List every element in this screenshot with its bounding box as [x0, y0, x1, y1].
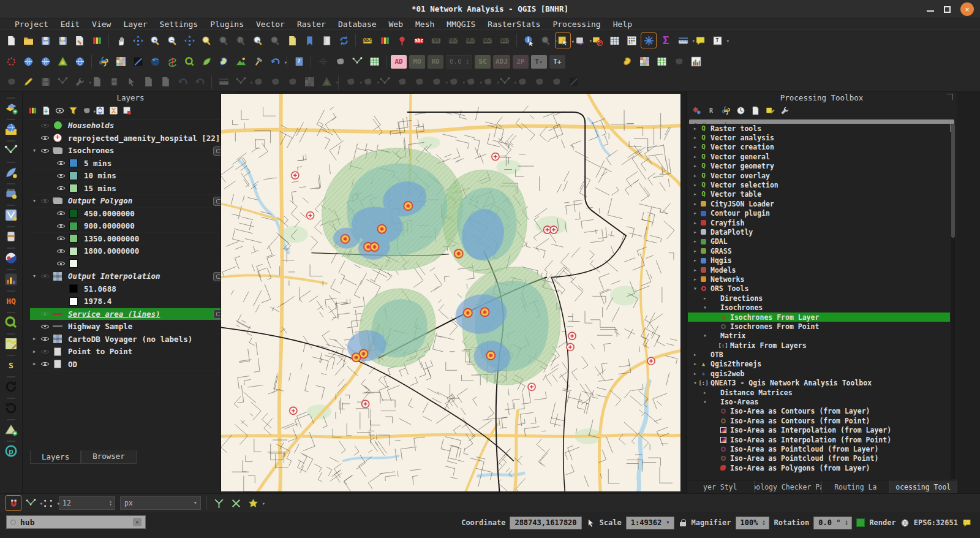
menu-layer[interactable]: Layer [117, 20, 153, 29]
panel-float-icon[interactable] [947, 94, 953, 100]
fill-ring-icon[interactable]: ▼ [342, 74, 358, 90]
style-manager-icon[interactable] [89, 32, 105, 48]
layer-row[interactable]: ▶51.0688 [30, 283, 232, 296]
visibility-eye-icon[interactable] [40, 272, 50, 280]
processing-tool-row[interactable]: ▶Directions [688, 294, 950, 303]
expander-icon[interactable]: ▶ [30, 362, 39, 366]
label-properties-icon[interactable]: abc [497, 32, 513, 48]
processing-tool-row[interactable]: ▶QRaster tools [688, 124, 950, 133]
rotation-spinbox[interactable]: 0.0 °▲▼ [813, 517, 852, 529]
expander-icon[interactable]: ▶ [692, 221, 699, 225]
processing-tool-row[interactable]: ▶QVector table [688, 190, 950, 199]
zoom-native-icon[interactable]: 1:1 [233, 32, 249, 48]
visibility-eye-icon[interactable] [40, 360, 50, 368]
map-tips-icon[interactable] [692, 32, 708, 48]
new-bookmark-icon[interactable] [301, 32, 317, 48]
manage-visibility-icon[interactable] [53, 104, 66, 116]
sld4raster-icon[interactable] [637, 54, 653, 70]
mouse-position-icon[interactable] [586, 518, 595, 528]
zoom-in-icon[interactable]: + [147, 32, 163, 48]
simplify-feature-icon[interactable] [284, 74, 300, 90]
paste-features-icon[interactable] [157, 74, 173, 90]
cad-tools-icon[interactable] [216, 74, 232, 90]
layer-row[interactable]: ▶900.0000000 [30, 220, 232, 233]
digitizing-2p-button[interactable]: 2P [513, 55, 529, 69]
copy-features-icon[interactable] [140, 74, 156, 90]
r-scripts-icon[interactable]: R [705, 104, 717, 116]
zoom-full-icon[interactable] [181, 32, 197, 48]
processing-tool-row[interactable]: Iso-Area as Contours (from Layer) [688, 407, 950, 416]
layer-row[interactable]: ▶ [30, 258, 232, 271]
pan-map-icon[interactable] [113, 32, 129, 48]
osm-search-icon[interactable] [2, 314, 20, 331]
reshape-icon[interactable] [377, 74, 393, 90]
processing-tool-row[interactable]: ▶✳qgis2web [688, 369, 950, 378]
new-project-icon[interactable] [3, 32, 19, 48]
expander-icon[interactable]: ▶ [692, 268, 699, 273]
flip-line-icon[interactable] [531, 74, 547, 90]
expander-icon[interactable]: ▶ [701, 296, 709, 301]
snapping-unit-select[interactable]: px▼ [120, 496, 201, 510]
visibility-eye-icon[interactable] [40, 197, 50, 205]
snapping-type-icon[interactable]: ▼ [40, 495, 56, 511]
expander-icon[interactable]: ▶ [692, 230, 699, 235]
sketch-icon[interactable] [2, 164, 20, 181]
processing-tool-row[interactable]: Iso-Area as Pointcloud (from Point) [688, 454, 950, 463]
crosshair-icon[interactable] [315, 54, 331, 70]
add-ring-icon[interactable] [301, 74, 317, 90]
build-tools-icon[interactable] [250, 54, 266, 70]
trash-bin-icon[interactable] [2, 228, 20, 245]
layer-row[interactable]: ▶1978.4 [30, 295, 232, 308]
offset-symbols-icon[interactable]: ▼ [480, 74, 496, 90]
processing-tool-row[interactable]: ▶Models [688, 265, 950, 275]
menu-raster[interactable]: Raster [291, 20, 332, 29]
layer-row[interactable]: ▶OD [30, 358, 232, 371]
processing-tool-row[interactable]: Iso-Area as Interpolation (from Layer) [688, 426, 950, 435]
visibility-eye-icon[interactable] [56, 184, 66, 192]
locator-search-input[interactable]: hub ✕ [6, 515, 146, 529]
menu-database[interactable]: Database [332, 20, 383, 29]
zoom-layer-icon[interactable] [267, 32, 283, 48]
expander-icon[interactable]: ▶ [692, 239, 699, 244]
rotate-ccw-icon[interactable] [2, 400, 20, 417]
raster-calculator-icon[interactable] [113, 54, 129, 70]
processing-tool-row[interactable]: ▶CityJSON Loader [688, 199, 950, 208]
rotate-feature-icon[interactable] [267, 74, 283, 90]
menu-edit[interactable]: Edit [55, 20, 86, 29]
menu-view[interactable]: View [86, 20, 117, 29]
visibility-eye-icon[interactable] [56, 210, 66, 218]
pipe-tool-icon[interactable] [332, 54, 348, 70]
visibility-eye-icon[interactable] [40, 146, 50, 154]
globe-view-icon[interactable] [147, 54, 163, 70]
text-smaller-button[interactable]: T- [531, 55, 547, 69]
add-wms-icon[interactable]: + [20, 54, 36, 70]
coordinate-field[interactable]: 288743,1617820 [510, 517, 581, 529]
visibility-eye-icon[interactable] [40, 310, 50, 318]
expander-icon[interactable]: ▶ [692, 192, 699, 197]
topology-icon[interactable] [2, 142, 20, 159]
expander-icon[interactable]: ▶ [692, 173, 699, 178]
visibility-eye-icon[interactable] [56, 235, 66, 243]
results-viewer-icon[interactable] [749, 104, 761, 116]
add-table-icon[interactable]: + [654, 54, 670, 70]
offset-curve-icon[interactable]: ▼ [360, 74, 375, 90]
save-as-icon[interactable]: + [55, 32, 70, 48]
layer-row[interactable]: ▶450.0000000 [30, 208, 232, 221]
open-layer-styling-icon[interactable] [26, 104, 39, 116]
processing-tool-row[interactable]: ▶Hqgis [688, 256, 950, 265]
rotate-label-icon[interactable]: abc [445, 32, 461, 48]
collapse-all-icon[interactable] [107, 104, 119, 116]
panel-tab-layers[interactable]: Layers [30, 450, 81, 464]
measure-icon[interactable]: ▼ [675, 32, 691, 48]
processing-tool-row[interactable]: Iso-Area as Pointcloud (from Layer) [688, 444, 950, 453]
rotate-symbols-icon[interactable]: ▼ [462, 74, 478, 90]
sync-table-icon[interactable] [366, 54, 382, 70]
processing-tool-row[interactable]: ▶QVector overlay [688, 171, 950, 180]
current-edits-icon[interactable] [3, 74, 19, 90]
expander-icon[interactable]: ▶ [692, 211, 699, 216]
split-parts-icon[interactable] [394, 74, 410, 90]
data-source-manager-icon[interactable] [2, 99, 20, 116]
expander-icon[interactable]: ▼ [701, 400, 709, 404]
crs-globe-icon[interactable] [900, 518, 910, 528]
contour-icon[interactable] [216, 54, 232, 70]
